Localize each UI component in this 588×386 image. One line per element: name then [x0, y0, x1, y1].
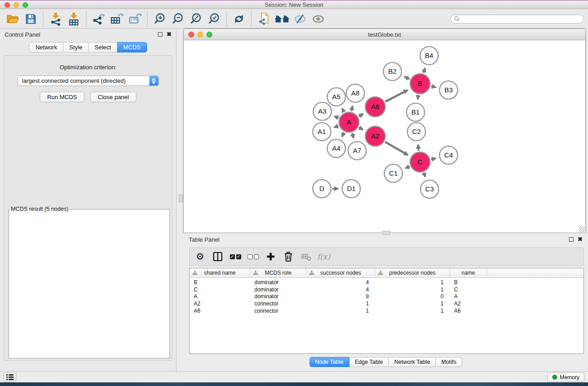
panel-splitter-handle[interactable]: [179, 195, 183, 202]
column-header-name[interactable]: name: [450, 268, 487, 277]
zoom-selected-button[interactable]: [205, 11, 223, 27]
network-canvas-svg[interactable]: B4B2BB3A8A5A6A3B1AA1C2A2A4A7C4CC1C3DD1: [184, 40, 585, 233]
zoom-in-button[interactable]: [151, 11, 169, 27]
graph-node-A[interactable]: A: [339, 112, 359, 132]
graph-node-A6[interactable]: A6: [365, 97, 385, 117]
column-header-successor-nodes[interactable]: successor nodes: [306, 268, 375, 277]
tab-network-table[interactable]: Network Table: [389, 357, 436, 367]
criterion-dropdown[interactable]: largest connected component (directed): [18, 76, 159, 86]
graph-node-D[interactable]: D: [313, 180, 331, 198]
close-panel-icon[interactable]: ✖: [167, 32, 172, 37]
graph-edge-A-A6[interactable]: [359, 114, 363, 117]
network-zoom-button[interactable]: [206, 32, 212, 38]
graph-edge-C-C3[interactable]: [424, 173, 425, 177]
close-panel-button[interactable]: Close panel: [91, 92, 136, 102]
column-header-MCDS-role[interactable]: MCDS role: [250, 268, 306, 277]
search-input[interactable]: [462, 16, 580, 22]
graph-node-C[interactable]: C: [410, 152, 430, 172]
network-canvas[interactable]: B4B2BB3A8A5A6A3B1AA1C2A2A4A7C4CC1C3DD1: [184, 40, 585, 233]
network-minimize-button[interactable]: [197, 32, 203, 38]
graph-node-A4[interactable]: A4: [327, 139, 345, 157]
tab-edge-table[interactable]: Edge Table: [349, 357, 389, 367]
home-view-button[interactable]: [273, 11, 291, 27]
minimize-window-button[interactable]: [14, 2, 19, 8]
import-network-button[interactable]: [47, 11, 65, 27]
graph-edge-A-A4[interactable]: [342, 133, 344, 137]
graph-edge-A2-C[interactable]: [385, 142, 408, 155]
table-row[interactable]: Adominator80A: [190, 293, 583, 300]
task-history-button[interactable]: [4, 372, 16, 382]
import-table-button[interactable]: [65, 11, 83, 27]
show-columns-button[interactable]: [211, 249, 225, 264]
graph-node-B3[interactable]: B3: [440, 81, 458, 99]
table-settings-button[interactable]: ⚙: [193, 249, 207, 264]
graph-node-B[interactable]: B: [410, 74, 430, 94]
float-table-panel-icon[interactable]: [569, 237, 574, 242]
zoom-fit-button[interactable]: [187, 11, 205, 27]
table-row[interactable]: A6connector11A6: [190, 308, 583, 315]
graph-node-A2[interactable]: A2: [365, 126, 385, 146]
graph-node-D1[interactable]: D1: [342, 180, 360, 198]
graph-edge-C-C2[interactable]: [418, 145, 419, 151]
tab-motifs[interactable]: Motifs: [436, 357, 462, 367]
graph-edge-A6-B[interactable]: [385, 90, 407, 101]
graph-edge-A-A5[interactable]: [342, 109, 344, 112]
graph-edge-C-C4[interactable]: [431, 158, 436, 160]
open-file-button[interactable]: [4, 11, 22, 27]
memory-button[interactable]: Memory: [547, 372, 584, 382]
delete-column-button[interactable]: [282, 249, 295, 264]
tab-node-table[interactable]: Node Table: [309, 357, 349, 367]
select-all-rows-button[interactable]: ✓ ✓: [229, 249, 242, 264]
graph-node-B1[interactable]: B1: [406, 103, 425, 121]
deselect-all-rows-button[interactable]: [246, 249, 260, 264]
graph-node-A1[interactable]: A1: [313, 123, 331, 141]
tab-select[interactable]: Select: [89, 42, 117, 52]
graph-node-A8[interactable]: A8: [346, 84, 364, 102]
graph-node-B2[interactable]: B2: [383, 62, 402, 81]
window-resize-grip[interactable]: [579, 226, 585, 232]
open-session-file-button[interactable]: [255, 11, 273, 27]
graph-edge-A-A1[interactable]: [334, 126, 338, 127]
graph-edge-A-A2[interactable]: [359, 128, 363, 130]
export-table-button[interactable]: [108, 11, 126, 27]
close-table-panel-icon[interactable]: ✖: [578, 237, 583, 242]
table-splitter-handle[interactable]: [382, 231, 390, 235]
graph-node-C1[interactable]: C1: [384, 164, 402, 182]
graph-node-A7[interactable]: A7: [348, 142, 366, 160]
column-header-predecessor-nodes[interactable]: predecessor nodes: [375, 268, 450, 277]
network-close-button[interactable]: [188, 32, 194, 38]
graph-node-C2[interactable]: C2: [407, 123, 425, 141]
table-row[interactable]: A2connector11A2: [190, 300, 583, 308]
graph-edge-B-B1[interactable]: [418, 95, 419, 100]
zoom-window-button[interactable]: [23, 2, 28, 8]
refresh-button[interactable]: [230, 11, 248, 27]
search-field[interactable]: [450, 14, 584, 24]
graph-edge-C-C1[interactable]: [406, 167, 410, 168]
float-panel-icon[interactable]: [158, 32, 163, 37]
zoom-out-button[interactable]: [169, 11, 187, 27]
function-builder-button[interactable]: f(x): [317, 249, 330, 264]
graph-edge-B-B2[interactable]: [405, 77, 410, 79]
close-window-button[interactable]: [5, 2, 10, 8]
graph-edge-A-A3[interactable]: [335, 116, 339, 118]
delete-table-button[interactable]: [299, 249, 313, 264]
tab-mcds[interactable]: MCDS: [117, 42, 147, 52]
graph-edge-A-A8[interactable]: [351, 106, 353, 111]
graph-edge-B-B3[interactable]: [431, 86, 435, 87]
export-network-button[interactable]: [90, 11, 108, 27]
graph-edge-B-B4[interactable]: [424, 68, 425, 73]
hide-graphics-details-button[interactable]: [291, 11, 309, 27]
graph-node-B4[interactable]: B4: [420, 47, 438, 65]
graph-node-A5[interactable]: A5: [327, 88, 345, 106]
run-mcds-button[interactable]: Run MCDS: [40, 92, 84, 102]
add-column-button[interactable]: [264, 249, 277, 264]
graph-node-A3[interactable]: A3: [313, 102, 331, 120]
table-row[interactable]: Cdominator41C: [190, 286, 583, 294]
graph-edge-A-A7[interactable]: [352, 133, 354, 138]
tab-network[interactable]: Network: [29, 42, 63, 52]
save-session-button[interactable]: [22, 11, 40, 27]
column-header-shared-name[interactable]: shared name: [190, 268, 250, 277]
export-image-button[interactable]: [126, 11, 144, 27]
show-graphics-details-button[interactable]: [309, 11, 327, 27]
tab-style[interactable]: Style: [63, 42, 89, 52]
